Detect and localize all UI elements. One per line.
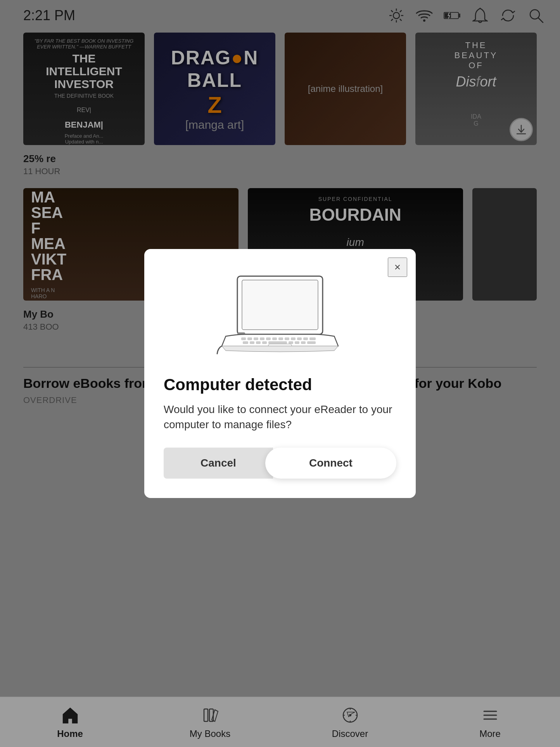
svg-rect-43	[289, 341, 293, 344]
svg-rect-40	[256, 341, 261, 344]
svg-rect-27	[247, 337, 252, 340]
svg-rect-30	[266, 337, 271, 340]
svg-rect-44	[295, 341, 299, 344]
connect-button[interactable]: Connect	[265, 448, 396, 479]
svg-rect-34	[291, 337, 296, 340]
modal-body: Would you like to connect your eReader t…	[164, 402, 396, 432]
modal-overlay: ×	[0, 0, 560, 747]
svg-rect-39	[250, 341, 254, 344]
svg-rect-29	[260, 337, 264, 340]
svg-rect-24	[242, 280, 318, 330]
svg-rect-42	[268, 341, 287, 344]
svg-rect-38	[243, 341, 248, 344]
svg-rect-37	[309, 337, 316, 340]
modal-buttons: Cancel Connect	[164, 448, 396, 479]
cancel-button[interactable]: Cancel	[164, 448, 273, 479]
svg-rect-45	[301, 341, 306, 344]
modal-title: Computer detected	[164, 375, 396, 394]
svg-rect-35	[297, 337, 302, 340]
modal-close-button[interactable]: ×	[388, 258, 407, 277]
svg-rect-46	[307, 341, 316, 344]
computer-detected-modal: ×	[144, 249, 416, 498]
svg-rect-32	[278, 337, 283, 340]
svg-rect-33	[285, 337, 289, 340]
svg-rect-31	[272, 337, 277, 340]
modal-illustration	[164, 268, 396, 361]
svg-rect-28	[254, 337, 258, 340]
svg-rect-41	[262, 341, 267, 344]
svg-rect-36	[303, 337, 308, 340]
svg-rect-26	[241, 337, 246, 340]
